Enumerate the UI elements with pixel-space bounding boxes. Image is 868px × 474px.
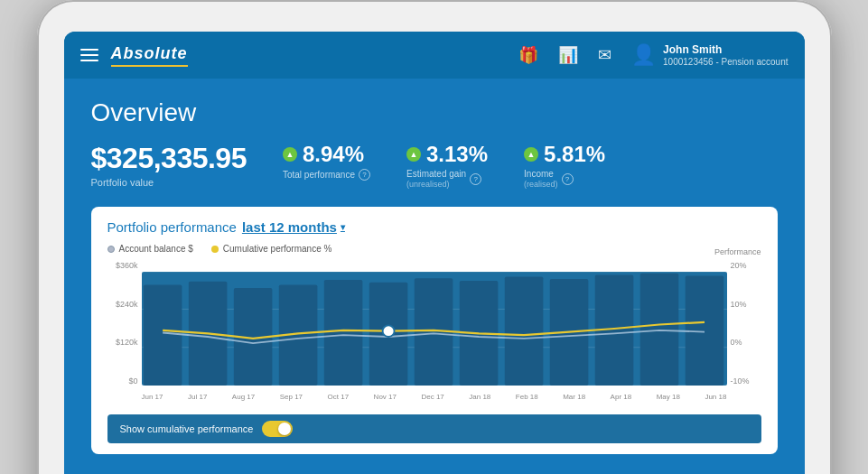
perf-header: Portfolio performance last 12 months ▾ (107, 219, 761, 235)
y-label-0pct: 0% (731, 338, 742, 347)
user-name: John Smith (663, 43, 788, 58)
x-label-mar18: Mar 18 (563, 393, 585, 401)
gift-icon[interactable]: 🎁 (518, 45, 538, 65)
user-avatar-icon: 👤 (631, 43, 656, 67)
stat-indicator-3: ▲ (524, 147, 538, 162)
axis-title-right-header: Performance (714, 247, 761, 256)
stat-income: ▲ 5.81% Income(realised) ? (524, 142, 605, 189)
toggle-row: Show cumulative performance (107, 414, 761, 443)
legend-label-performance: Cumulative performance % (223, 244, 332, 254)
legend-dot-performance (211, 246, 219, 253)
x-label-feb18: Feb 18 (516, 393, 538, 401)
main-content: Overview $325,335.95 Portfolio value ▲ 8… (64, 79, 805, 474)
stat-estimated-gain: ▲ 3.13% Estimated gain(unrealised) ? (406, 142, 488, 189)
y-label-240k: $240k (116, 300, 138, 309)
stat-label-row-1: Total performance ? (283, 169, 370, 181)
chart-svg (142, 272, 727, 386)
user-account: 1000123456 - Pension account (663, 57, 788, 67)
chart-inner (142, 272, 727, 386)
x-label-dec17: Dec 17 (421, 393, 443, 401)
stat-label-3: Income(realised) (524, 169, 558, 189)
brand-logo: Absolute (111, 44, 188, 67)
toggle-label: Show cumulative performance (120, 423, 254, 434)
portfolio-value-block: $325,335.95 Portfolio value (91, 142, 247, 188)
portfolio-value: $325,335.95 (91, 142, 247, 175)
stat-indicator-1: ▲ (283, 147, 297, 162)
chart-legend: Account balance $ Cumulative performance… (107, 244, 332, 254)
svg-rect-8 (323, 280, 362, 386)
x-label-may18: May 18 (657, 393, 680, 401)
stat-value-2: 3.13% (426, 142, 488, 167)
stats-row: $325,335.95 Portfolio value ▲ 8.94% Tota… (91, 142, 778, 189)
hamburger-menu-icon[interactable] (80, 49, 98, 61)
nav-left: Absolute (80, 44, 188, 67)
stat-value-1: 8.94% (303, 142, 364, 167)
svg-rect-4 (143, 284, 182, 386)
analytics-icon[interactable]: 📊 (558, 45, 578, 65)
stat-label-row-3: Income(realised) ? (524, 169, 574, 189)
y-axis-right: 20% 10% 0% -10% (727, 261, 761, 386)
y-axis-left: $360k $240k $120k $0 (107, 261, 142, 386)
nav-icons: 🎁 📊 ✉ 👤 John Smith 1000123456 - Pension … (518, 43, 788, 68)
legend-performance: Cumulative performance % (211, 244, 332, 254)
chevron-down-icon: ▾ (341, 222, 345, 232)
stat-value-row-3: ▲ 5.81% (524, 142, 605, 167)
stat-label-2: Estimated gain(unrealised) (406, 169, 466, 189)
x-label-jun18: Jun 18 (705, 393, 726, 401)
overview-title: Overview (91, 98, 778, 127)
x-label-jan18: Jan 18 (469, 393, 490, 401)
help-icon-1[interactable]: ? (359, 169, 370, 181)
user-text: John Smith 1000123456 - Pension account (663, 43, 788, 68)
x-label-oct17: Oct 17 (328, 393, 350, 401)
x-label-jun17: Jun 17 (142, 393, 163, 401)
stat-value-row-2: ▲ 3.13% (406, 142, 488, 167)
x-label-jul17: Jul 17 (188, 393, 207, 401)
tablet-frame: Absolute 🎁 📊 ✉ 👤 John Smith 1000123456 -… (37, 0, 832, 474)
y-label-10pct: 10% (731, 300, 747, 309)
help-icon-3[interactable]: ? (562, 173, 574, 185)
stat-label-1: Total performance (283, 170, 355, 180)
user-info: 👤 John Smith 1000123456 - Pension accoun… (631, 43, 788, 68)
x-label-sep17: Sep 17 (280, 393, 303, 401)
x-label-aug17: Aug 17 (232, 393, 255, 401)
stat-total-performance: ▲ 8.94% Total performance ? (283, 142, 370, 181)
svg-point-17 (382, 325, 394, 337)
y-label-neg10pct: -10% (731, 376, 750, 386)
stat-value-row-1: ▲ 8.94% (283, 142, 364, 167)
top-nav: Absolute 🎁 📊 ✉ 👤 John Smith 1000123456 -… (64, 32, 805, 79)
portfolio-label: Portfolio value (91, 177, 247, 188)
help-icon-2[interactable]: ? (470, 173, 481, 185)
x-label-nov17: Nov 17 (374, 393, 397, 401)
x-axis-labels: Jun 17 Jul 17 Aug 17 Sep 17 Oct 17 Nov 1… (142, 387, 727, 405)
perf-period-selector[interactable]: last 12 months ▾ (242, 219, 345, 235)
x-label-apr18: Apr 18 (611, 393, 632, 401)
y-label-120k: $120k (116, 338, 138, 347)
mail-icon[interactable]: ✉ (598, 45, 611, 65)
legend-label-balance: Account balance $ (119, 244, 193, 254)
toggle-cumulative[interactable] (262, 421, 293, 437)
tablet-screen: Absolute 🎁 📊 ✉ 👤 John Smith 1000123456 -… (64, 32, 805, 474)
legend-dot-balance (107, 246, 115, 253)
chart-container: $360k $240k $120k $0 20% 10% 0% -10% (107, 261, 761, 405)
stat-value-3: 5.81% (544, 142, 605, 167)
performance-section: Portfolio performance last 12 months ▾ A… (91, 207, 778, 454)
y-label-0: $0 (128, 376, 137, 386)
stat-label-row-2: Estimated gain(unrealised) ? (406, 169, 481, 189)
y-label-20pct: 20% (731, 261, 747, 270)
legend-balance: Account balance $ (107, 244, 193, 254)
toggle-knob (278, 423, 291, 435)
y-label-360k: $360k (116, 261, 138, 270)
stat-indicator-2: ▲ (406, 147, 421, 162)
svg-rect-12 (504, 276, 543, 386)
perf-title: Portfolio performance (107, 219, 237, 235)
